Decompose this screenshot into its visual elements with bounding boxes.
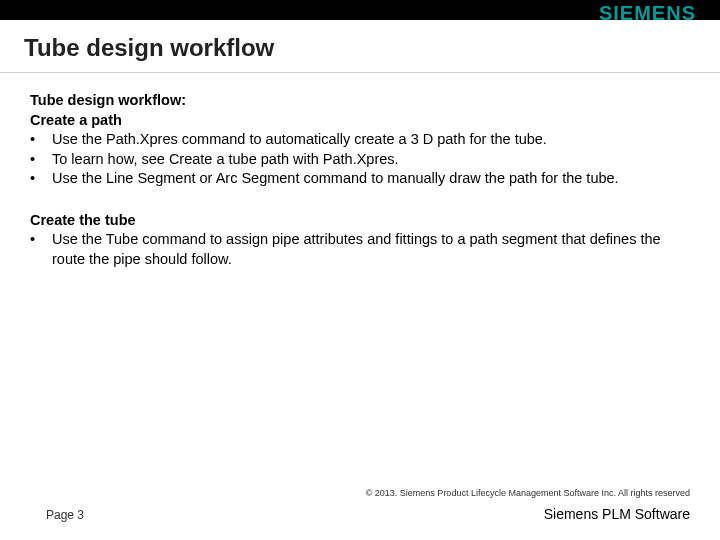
- footer-brand: Siemens PLM Software: [544, 506, 690, 522]
- bullet-icon: •: [30, 169, 52, 189]
- section-create-tube: Create the tube • Use the Tube command t…: [30, 211, 690, 270]
- list-item: • Use the Tube command to assign pipe at…: [30, 230, 690, 269]
- page-number: Page 3: [46, 508, 84, 522]
- bullet-icon: •: [30, 230, 52, 269]
- page-title: Tube design workflow: [24, 34, 274, 62]
- section2-subtitle: Create the tube: [30, 211, 690, 231]
- section1-title: Tube design workflow:: [30, 91, 690, 111]
- bullet-text: Use the Path.Xpres command to automatica…: [52, 130, 690, 150]
- content: Tube design workflow: Create a path • Us…: [0, 73, 720, 270]
- list-item: • Use the Line Segment or Arc Segment co…: [30, 169, 690, 189]
- bullet-text: Use the Tube command to assign pipe attr…: [52, 230, 690, 269]
- bullet-text: Use the Line Segment or Arc Segment comm…: [52, 169, 690, 189]
- copyright-text: © 2013. Siemens Product Lifecycle Manage…: [46, 488, 690, 498]
- footer: © 2013. Siemens Product Lifecycle Manage…: [0, 488, 720, 522]
- bullet-text: To learn how, see Create a tube path wit…: [52, 150, 690, 170]
- bullet-icon: •: [30, 150, 52, 170]
- list-item: • To learn how, see Create a tube path w…: [30, 150, 690, 170]
- bullet-icon: •: [30, 130, 52, 150]
- section1-bullets: • Use the Path.Xpres command to automati…: [30, 130, 690, 189]
- section2-bullets: • Use the Tube command to assign pipe at…: [30, 230, 690, 269]
- slide: Tube design workflow SIEMENS Tube design…: [0, 0, 720, 540]
- footer-row: Page 3 Siemens PLM Software: [46, 506, 690, 522]
- list-item: • Use the Path.Xpres command to automati…: [30, 130, 690, 150]
- siemens-logo: SIEMENS: [599, 2, 696, 25]
- section1-subtitle: Create a path: [30, 111, 690, 131]
- section-create-path: Tube design workflow: Create a path • Us…: [30, 91, 690, 189]
- header: Tube design workflow: [0, 20, 720, 73]
